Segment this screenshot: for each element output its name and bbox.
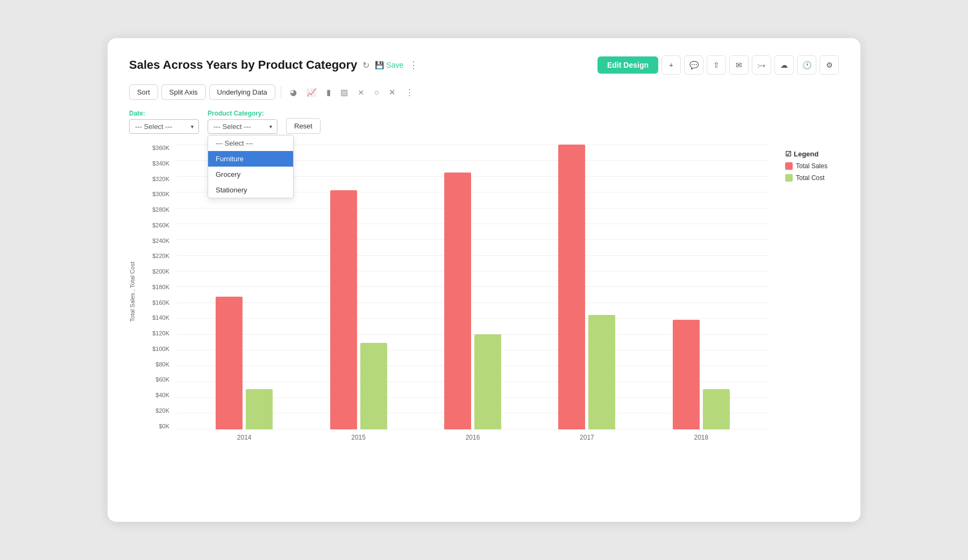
cross-button[interactable]: ✕	[386, 85, 399, 100]
filters-row: Date: --- Select --- Product Category: -…	[129, 110, 839, 134]
header-right: Edit Design + 💬 ⇧ ✉ ⧴ ☁ 🕐 ⚙	[597, 55, 839, 75]
category-select[interactable]: --- Select ---	[208, 119, 277, 134]
bar-cost-2018	[703, 389, 730, 429]
edit-design-button[interactable]: Edit Design	[597, 56, 658, 74]
y-tick-180k: $180K	[152, 284, 169, 290]
settings-button[interactable]: ⚙	[820, 55, 839, 75]
more-options-button[interactable]: ⋮	[409, 59, 418, 71]
legend-swatch-sales	[785, 162, 793, 170]
legend-item-cost: Total Cost	[785, 174, 839, 182]
bar-group-2015	[301, 190, 415, 429]
y-tick-220k: $220K	[152, 253, 169, 259]
bar-group-2017	[530, 145, 644, 429]
date-select[interactable]: --- Select ---	[129, 119, 199, 134]
bar-group-2014	[187, 297, 301, 429]
legend-title: ☑ Legend	[785, 150, 839, 158]
save-icon: 💾	[375, 61, 384, 69]
sort-button[interactable]: Sort	[129, 84, 158, 100]
save-button[interactable]: 💾 Save	[375, 61, 403, 69]
bar-sales-2018	[673, 320, 700, 429]
y-tick-300k: $300K	[152, 191, 169, 197]
x-tick-2016: 2016	[416, 434, 530, 441]
more-charts-button[interactable]: ⋮	[402, 85, 417, 100]
bar-cost-2016	[474, 334, 501, 429]
header: Sales Across Years by Product Category ↻…	[129, 55, 839, 75]
legend-label-cost: Total Cost	[796, 174, 824, 182]
page-title: Sales Across Years by Product Category	[129, 58, 357, 72]
toolbar-separator	[281, 86, 281, 99]
dropdown-item-furniture[interactable]: Furniture	[208, 151, 293, 167]
x-axis: 2014 2015 2016 2017 2018	[176, 429, 769, 446]
y-tick-80k: $80K	[155, 361, 169, 368]
legend: ☑ Legend Total Sales Total Cost	[785, 150, 839, 182]
y-tick-160k: $160K	[152, 299, 169, 306]
email-button[interactable]: ✉	[729, 55, 749, 75]
bar-sales-2017	[558, 145, 585, 429]
bar-group-2016	[416, 173, 530, 429]
history-button[interactable]: 🕐	[797, 55, 816, 75]
refresh-icon[interactable]: ↻	[362, 60, 369, 70]
reset-button[interactable]: Reset	[286, 118, 321, 134]
y-axis-label: Total Sales , Total Cost	[129, 262, 136, 322]
y-tick-360k: $360K	[152, 145, 169, 151]
header-left: Sales Across Years by Product Category ↻…	[129, 58, 418, 72]
category-select-wrapper: --- Select ---	[208, 119, 277, 134]
dropdown-item-grocery[interactable]: Grocery	[208, 167, 293, 182]
bar-sales-2016	[444, 173, 471, 429]
legend-checkbox-icon[interactable]: ☑	[785, 150, 792, 158]
cloud-button[interactable]: ☁	[774, 55, 794, 75]
comment-button[interactable]: 💬	[684, 55, 703, 75]
bubble-chart-button[interactable]: ○	[371, 85, 382, 99]
y-tick-340k: $340K	[152, 160, 169, 167]
date-select-wrapper: --- Select ---	[129, 119, 199, 134]
y-tick-0k: $0K	[159, 423, 169, 429]
add-button[interactable]: +	[661, 55, 681, 75]
split-axis-button[interactable]: Split Axis	[161, 84, 206, 100]
y-tick-100k: $100K	[152, 346, 169, 352]
y-tick-200k: $200K	[152, 268, 169, 275]
x-tick-2017: 2017	[530, 434, 644, 441]
scatter-chart-button[interactable]: ⨯	[354, 85, 368, 100]
line-chart-button[interactable]: 📈	[303, 85, 320, 100]
y-tick-40k: $40K	[155, 392, 169, 398]
legend-label-sales: Total Sales	[796, 162, 828, 170]
bar-cost-2014	[246, 389, 273, 429]
y-tick-260k: $260K	[152, 222, 169, 228]
category-dropdown-menu: --- Select --- Furniture Grocery Station…	[208, 135, 294, 198]
y-tick-20k: $20K	[155, 407, 169, 414]
bar-cost-2015	[360, 343, 387, 429]
pie-chart-button[interactable]: ◕	[287, 85, 300, 100]
share-button[interactable]: ⇧	[707, 55, 726, 75]
x-tick-2014: 2014	[187, 434, 301, 441]
bar-chart-alt-button[interactable]: ▨	[337, 85, 351, 100]
date-label: Date:	[129, 110, 199, 117]
underlying-data-button[interactable]: Underlying Data	[209, 84, 275, 100]
bar-sales-2015	[330, 190, 357, 429]
y-tick-320k: $320K	[152, 176, 169, 182]
category-filter-group: Product Category: --- Select --- --- Sel…	[208, 110, 277, 134]
dropdown-item-placeholder[interactable]: --- Select ---	[208, 135, 293, 151]
bar-cost-2017	[588, 315, 615, 429]
main-card: Sales Across Years by Product Category ↻…	[108, 38, 860, 522]
y-tick-280k: $280K	[152, 206, 169, 213]
legend-item-sales: Total Sales	[785, 162, 839, 170]
date-filter-group: Date: --- Select ---	[129, 110, 199, 134]
bar-group-2018	[644, 320, 758, 429]
y-tick-120k: $120K	[152, 330, 169, 336]
network-button[interactable]: ⧴	[752, 55, 771, 75]
y-tick-140k: $140K	[152, 314, 169, 321]
y-axis: $360K $340K $320K $300K $280K $260K $240…	[144, 145, 174, 429]
bar-chart-button[interactable]: ▮	[323, 85, 334, 100]
legend-swatch-cost	[785, 174, 793, 182]
x-tick-2018: 2018	[644, 434, 758, 441]
category-label: Product Category:	[208, 110, 277, 117]
x-tick-2015: 2015	[301, 434, 415, 441]
y-tick-60k: $60K	[155, 376, 169, 383]
toolbar: Sort Split Axis Underlying Data ◕ 📈 ▮ ▨ …	[129, 84, 839, 100]
y-tick-240k: $240K	[152, 238, 169, 244]
bar-sales-2014	[216, 297, 243, 429]
dropdown-item-stationery[interactable]: Stationery	[208, 182, 293, 198]
